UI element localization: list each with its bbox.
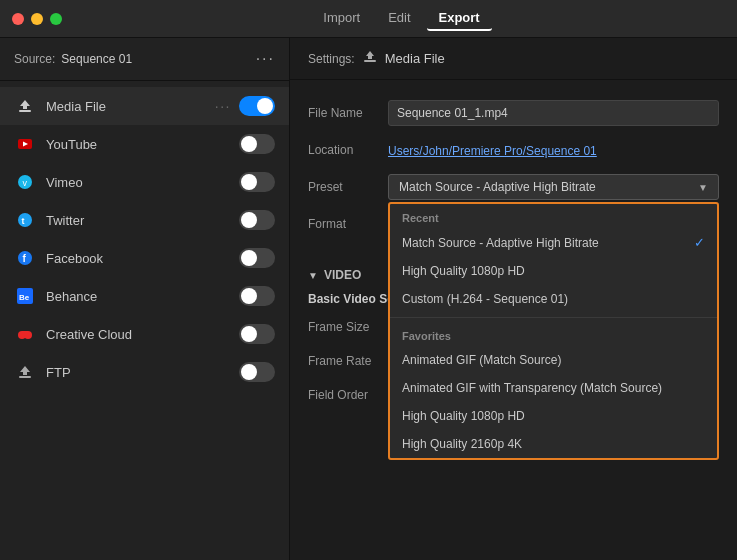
frame-rate-label: Frame Rate: [308, 354, 388, 368]
sidebar-item-vimeo[interactable]: v Vimeo: [0, 163, 289, 201]
dropdown-item-fav-label-1: Animated GIF with Transparency (Match So…: [402, 381, 662, 395]
content-header: Settings: Media File: [290, 38, 737, 80]
window-controls: [12, 13, 62, 25]
twitter-icon: t: [14, 209, 36, 231]
preset-dropdown-button[interactable]: Match Source - Adaptive High Bitrate ▼: [388, 174, 719, 200]
ftp-label: FTP: [46, 365, 239, 380]
nav-export[interactable]: Export: [427, 6, 492, 31]
behance-label: Behance: [46, 289, 239, 304]
dropdown-item-fav-label-2: High Quality 1080p HD: [402, 409, 525, 423]
preset-row: Preset Match Source - Adaptive High Bitr…: [308, 168, 719, 206]
svg-text:t: t: [22, 216, 25, 226]
facebook-label: Facebook: [46, 251, 239, 266]
svg-marker-1: [20, 100, 30, 109]
svg-rect-15: [19, 376, 31, 378]
behance-toggle[interactable]: [239, 286, 275, 306]
dropdown-item-fav-label-0: Animated GIF (Match Source): [402, 353, 561, 367]
main-layout: Source: Sequence 01 ··· Media File ···: [0, 38, 737, 560]
dropdown-item-fav-label-3: High Quality 2160p 4K: [402, 437, 522, 451]
titlebar: ⌂ Import Edit Export: [0, 0, 737, 38]
twitter-label: Twitter: [46, 213, 239, 228]
video-chevron-icon: ▼: [308, 270, 318, 281]
media-file-label: Media File: [46, 99, 215, 114]
dropdown-item-1[interactable]: High Quality 1080p HD: [390, 257, 717, 285]
creative-cloud-icon: [14, 323, 36, 345]
dropdown-item-label-1: High Quality 1080p HD: [402, 264, 525, 278]
nav-bar: Import Edit Export: [78, 6, 725, 31]
creative-cloud-toggle[interactable]: [239, 324, 275, 344]
format-label: Format: [308, 217, 388, 231]
sidebar-item-behance[interactable]: Be Behance: [0, 277, 289, 315]
sidebar-more-button[interactable]: ···: [256, 50, 275, 68]
file-name-label: File Name: [308, 106, 388, 120]
creative-cloud-label: Creative Cloud: [46, 327, 239, 342]
sidebar-item-facebook[interactable]: f Facebook: [0, 239, 289, 277]
vimeo-toggle[interactable]: [239, 172, 275, 192]
preset-dropdown-container: Match Source - Adaptive High Bitrate ▼ R…: [388, 174, 719, 200]
content-area: Settings: Media File File Name Location: [290, 38, 737, 560]
behance-icon: Be: [14, 285, 36, 307]
media-file-title: Media File: [385, 51, 445, 66]
dropdown-divider: [390, 317, 717, 318]
svg-marker-18: [366, 51, 374, 59]
frame-size-label: Frame Size: [308, 320, 388, 334]
upload-icon: [363, 50, 377, 67]
sidebar-item-twitter[interactable]: t Twitter: [0, 201, 289, 239]
chevron-down-icon: ▼: [698, 182, 708, 193]
favorites-section-label: Favorites: [390, 322, 717, 346]
nav-edit[interactable]: Edit: [376, 6, 422, 31]
svg-text:v: v: [23, 178, 28, 188]
vimeo-label: Vimeo: [46, 175, 239, 190]
svg-marker-16: [20, 366, 30, 375]
twitter-toggle[interactable]: [239, 210, 275, 230]
svg-point-6: [18, 213, 32, 227]
file-name-control: [388, 100, 719, 126]
sidebar-item-youtube[interactable]: YouTube: [0, 125, 289, 163]
svg-rect-0: [19, 110, 31, 112]
sidebar-item-ftp[interactable]: FTP: [0, 353, 289, 391]
youtube-toggle[interactable]: [239, 134, 275, 154]
upload-icon: [14, 95, 36, 117]
sidebar-items-list: Media File ··· YouTube: [0, 81, 289, 560]
location-row: Location Users/John/Premiere Pro/Sequenc…: [308, 132, 719, 168]
svg-text:Be: Be: [19, 293, 30, 302]
media-file-toggle[interactable]: [239, 96, 275, 116]
video-section-label: VIDEO: [324, 268, 361, 282]
sidebar: Source: Sequence 01 ··· Media File ···: [0, 38, 290, 560]
ftp-toggle[interactable]: [239, 362, 275, 382]
dropdown-item-2[interactable]: Custom (H.264 - Sequence 01): [390, 285, 717, 313]
nav-import[interactable]: Import: [311, 6, 372, 31]
source-label: Source:: [14, 52, 55, 66]
facebook-toggle[interactable]: [239, 248, 275, 268]
file-name-input[interactable]: [388, 100, 719, 126]
maximize-button[interactable]: [50, 13, 62, 25]
dropdown-item-0[interactable]: Match Source - Adaptive High Bitrate ✓: [390, 228, 717, 257]
location-label: Location: [308, 143, 388, 157]
svg-rect-14: [22, 331, 28, 335]
location-path[interactable]: Users/John/Premiere Pro/Sequence 01: [388, 144, 597, 158]
svg-rect-17: [364, 60, 376, 62]
preset-selected-value: Match Source - Adaptive High Bitrate: [399, 180, 596, 194]
facebook-icon: f: [14, 247, 36, 269]
sidebar-item-media-file[interactable]: Media File ···: [0, 87, 289, 125]
youtube-icon: [14, 133, 36, 155]
dropdown-item-label-0: Match Source - Adaptive High Bitrate: [402, 236, 599, 250]
ftp-icon: [14, 361, 36, 383]
dropdown-item-fav-0[interactable]: Animated GIF (Match Source): [390, 346, 717, 374]
field-order-label: Field Order: [308, 388, 388, 402]
file-name-row: File Name: [308, 94, 719, 132]
settings-label: Settings:: [308, 52, 355, 66]
dropdown-item-fav-2[interactable]: High Quality 1080p HD: [390, 402, 717, 430]
media-file-more-button[interactable]: ···: [215, 98, 231, 114]
dropdown-item-fav-3[interactable]: High Quality 2160p 4K: [390, 430, 717, 458]
dropdown-item-label-2: Custom (H.264 - Sequence 01): [402, 292, 568, 306]
minimize-button[interactable]: [31, 13, 43, 25]
close-button[interactable]: [12, 13, 24, 25]
preset-label: Preset: [308, 180, 388, 194]
youtube-label: YouTube: [46, 137, 239, 152]
sidebar-item-creative-cloud[interactable]: Creative Cloud: [0, 315, 289, 353]
dropdown-item-fav-1[interactable]: Animated GIF with Transparency (Match So…: [390, 374, 717, 402]
settings-form: File Name Location Users/John/Premiere P…: [290, 80, 737, 256]
source-value: Sequence 01: [61, 52, 132, 66]
checkmark-icon: ✓: [694, 235, 705, 250]
